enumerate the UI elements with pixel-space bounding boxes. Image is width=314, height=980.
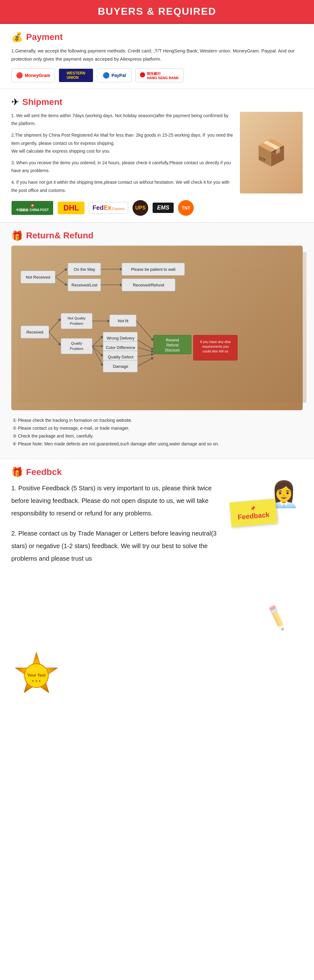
svg-rect-22 <box>61 338 92 354</box>
moneygram-icon: 🔴 <box>16 72 23 79</box>
refund-icon: 🎁 <box>11 230 23 241</box>
fedex-purple: Fed <box>92 204 104 211</box>
svg-text:Problem: Problem <box>70 347 84 350</box>
payment-description: 1.Generally, we accept the following pay… <box>11 47 303 63</box>
fedex-logo: FedEx Express <box>89 202 128 213</box>
payment-title-row: 💰 Payment <box>11 32 303 42</box>
paypal-logo: 🔵 PayPal <box>97 68 132 82</box>
feedback-image-area: 👩‍💼 📌 Feedback <box>227 482 303 565</box>
carriers-row: 📮 中国邮政 CHINA POST DHL FedEx Express UPS … <box>11 200 303 216</box>
fedex-orange: Ex <box>104 204 111 211</box>
ups-label: UPS <box>135 205 146 211</box>
gold-seal: ⭐⭐⭐⭐⭐ Your Text ★ ★ ★ <box>11 651 62 701</box>
feedback-sticky-note: 📌 Feedback <box>230 499 277 527</box>
svg-text:On the Way: On the Way <box>74 267 95 272</box>
payment-icon: 💰 <box>11 32 23 42</box>
ups-logo: UPS <box>133 200 148 216</box>
svg-text:Received: Received <box>26 330 43 334</box>
chinapost-label: 中国邮政 CHINA POST <box>16 208 49 212</box>
svg-text:If you have any else: If you have any else <box>200 340 231 344</box>
page-header: BUYERS & REQUIRED <box>0 0 314 24</box>
svg-text:★ ★ ★: ★ ★ ★ <box>32 679 41 682</box>
svg-text:Discount: Discount <box>165 348 180 352</box>
svg-text:Problem: Problem <box>70 321 84 325</box>
shipment-heading: Shipment <box>22 97 62 107</box>
payment-section: 💰 Payment 1.Generally, we accept the fol… <box>0 24 314 89</box>
fedex-express: Express <box>111 207 125 210</box>
flowchart-wrapper: Not Received On the Way Please be patien… <box>11 246 303 410</box>
refund-heading: Return& Refund <box>26 231 94 240</box>
payment-heading: Payment <box>26 32 63 42</box>
page-title: BUYERS & REQUIRED <box>0 6 314 17</box>
gold-seal-svg: ⭐⭐⭐⭐⭐ Your Text ★ ★ ★ <box>11 651 62 701</box>
svg-text:Not fit: Not fit <box>118 318 128 323</box>
feedback-title-row: 🎁 Feedbck <box>11 466 303 477</box>
svg-text:Wrong Delivery: Wrong Delivery <box>107 336 135 340</box>
svg-text:Refund: Refund <box>167 343 179 347</box>
feedback-icon: 🎁 <box>11 466 23 477</box>
payment-logos: 🔴 MoneyGram WESTERNUNION 🔵 PayPal 🅐 恒生銀行… <box>11 68 303 82</box>
shipment-title-row: ✈ Shipment <box>11 96 303 107</box>
note-2: ② Please contact us by meesage, e-mail, … <box>11 424 303 432</box>
svg-text:Quality Defect: Quality Defect <box>108 355 133 360</box>
dhl-label: DHL <box>63 204 79 212</box>
dhl-logo: DHL <box>58 202 84 214</box>
svg-text:Not Received: Not Received <box>26 275 50 280</box>
tnt-label: TNT <box>182 205 190 210</box>
svg-text:requirements you: requirements you <box>202 345 229 348</box>
feedback-text-area: 1. Positive Feedback (5 Stars) is very i… <box>11 482 221 565</box>
shipment-icon: ✈ <box>11 96 19 107</box>
refund-section: 🎁 Return& Refund Not Received On the Way <box>0 223 314 459</box>
note-4: ④ Please Note: Men made defects are not … <box>11 440 303 448</box>
hangseng-logo: 🅐 恒生銀行HANG SENG BANK <box>135 68 183 82</box>
paypal-icon: 🔵 <box>103 72 109 79</box>
moneygram-logo: 🔴 MoneyGram <box>11 68 55 82</box>
svg-text:Your Text: Your Text <box>27 673 46 678</box>
feedback-content: 1. Positive Feedback (5 Stars) is very i… <box>11 482 303 565</box>
note-3: ③ Check the package and Item, carefully. <box>11 432 303 440</box>
feedback-section: 🎁 Feedbck 1. Positive Feedback (5 Stars)… <box>0 459 314 648</box>
svg-text:Resend: Resend <box>166 338 179 342</box>
note-1: ① Please check the tracking in formation… <box>11 417 303 424</box>
paypal-label: PayPal <box>111 73 126 78</box>
feedback-text-2: 2. Please contact us by Trade Manager or… <box>11 527 221 565</box>
delivery-icon: 📦 <box>255 140 287 165</box>
ems-logo: EMS <box>152 203 174 213</box>
westernunion-logo: WESTERNUNION <box>59 68 93 82</box>
tnt-logo: TNT <box>178 200 194 216</box>
pencil-icon: ✏️ <box>262 603 292 632</box>
svg-text:Not Quality: Not Quality <box>68 316 86 320</box>
feedback-text-1: 1. Positive Feedback (5 Stars) is very i… <box>11 482 221 520</box>
svg-text:⭐⭐⭐⭐⭐: ⭐⭐⭐⭐⭐ <box>25 667 48 672</box>
svg-text:Received/Lost: Received/Lost <box>71 283 98 287</box>
hangseng-icon: 🅐 <box>140 73 145 78</box>
moneygram-label: MoneyGram <box>25 73 50 78</box>
chinapost-logo: 📮 中国邮政 CHINA POST <box>11 201 53 215</box>
gold-seal-area: ⭐⭐⭐⭐⭐ Your Text ★ ★ ★ <box>0 648 314 710</box>
westernunion-label: WESTERNUNION <box>67 71 86 80</box>
feedback-sticky-label: Feedback <box>237 511 270 522</box>
svg-rect-19 <box>61 313 92 329</box>
hangseng-label: 恒生銀行HANG SENG BANK <box>147 71 179 80</box>
svg-text:could also tell us: could also tell us <box>203 349 228 353</box>
svg-text:Quality: Quality <box>71 341 82 345</box>
svg-text:Received/Refund: Received/Refund <box>133 283 164 287</box>
feedback-heading: Feedbck <box>26 467 62 477</box>
svg-text:Damage: Damage <box>113 364 128 369</box>
refund-notes: ① Please check the tracking in formation… <box>11 417 303 448</box>
svg-text:Please be patient to wait: Please be patient to wait <box>131 267 176 272</box>
svg-text:Color Difference: Color Difference <box>106 345 135 350</box>
shipment-content: 📦 1. We will sent the items within 7days… <box>11 112 303 194</box>
shipment-section: ✈ Shipment 📦 1. We will sent the items w… <box>0 89 314 222</box>
chinapost-icon: 📮 <box>30 204 35 208</box>
flowchart-svg: Not Received On the Way Please be patien… <box>17 252 306 402</box>
refund-title-row: 🎁 Return& Refund <box>11 230 303 241</box>
ems-label: EMS <box>157 204 169 211</box>
delivery-image: 📦 <box>240 112 303 194</box>
